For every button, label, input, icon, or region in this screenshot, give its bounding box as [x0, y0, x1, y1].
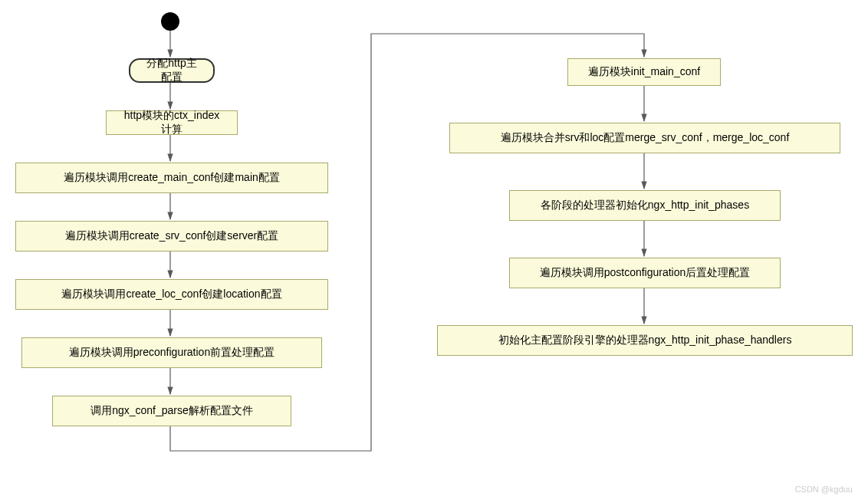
- node-label: 遍历模块init_main_conf: [588, 65, 700, 79]
- start-node: [161, 12, 179, 31]
- node-label: 各阶段的处理器初始化ngx_http_init_phases: [541, 199, 749, 212]
- node-label: 调用ngx_conf_parse解析配置文件: [90, 404, 253, 418]
- node-create-srv-conf: 遍历模块调用create_srv_conf创建server配置: [15, 221, 328, 252]
- node-allocate-http: 分配http主配置: [129, 58, 215, 83]
- node-preconfiguration: 遍历模块调用preconfiguration前置处理配置: [21, 337, 322, 368]
- node-create-loc-conf: 遍历模块调用create_loc_conf创建location配置: [15, 279, 328, 310]
- node-conf-parse: 调用ngx_conf_parse解析配置文件: [52, 396, 291, 426]
- node-merge-conf: 遍历模块合并srv和loc配置merge_srv_conf，merge_loc_…: [449, 123, 840, 153]
- node-ctx-index: http模块的ctx_index计算: [106, 110, 238, 135]
- node-label: 初始化主配置阶段引擎的处理器ngx_http_init_phase_handle…: [498, 334, 792, 347]
- node-label: 遍历模块调用postconfiguration后置处理配置: [540, 266, 751, 280]
- node-label: 遍历模块调用create_srv_conf创建server配置: [65, 229, 279, 243]
- node-label: 遍历模块合并srv和loc配置merge_srv_conf，merge_loc_…: [501, 131, 790, 145]
- node-label: 分配http主配置: [143, 57, 201, 84]
- node-label: 遍历模块调用create_main_conf创建main配置: [64, 171, 280, 185]
- node-init-phases: 各阶段的处理器初始化ngx_http_init_phases: [509, 190, 781, 221]
- node-postconfiguration: 遍历模块调用postconfiguration后置处理配置: [509, 258, 781, 288]
- node-label: http模块的ctx_index计算: [119, 109, 225, 136]
- node-init-main-conf: 遍历模块init_main_conf: [567, 58, 721, 86]
- node-create-main-conf: 遍历模块调用create_main_conf创建main配置: [15, 163, 328, 193]
- node-label: 遍历模块调用preconfiguration前置处理配置: [69, 346, 275, 360]
- watermark: CSDN @kgduu: [795, 485, 853, 494]
- node-label: 遍历模块调用create_loc_conf创建location配置: [61, 288, 281, 301]
- node-init-phase-handlers: 初始化主配置阶段引擎的处理器ngx_http_init_phase_handle…: [437, 325, 853, 356]
